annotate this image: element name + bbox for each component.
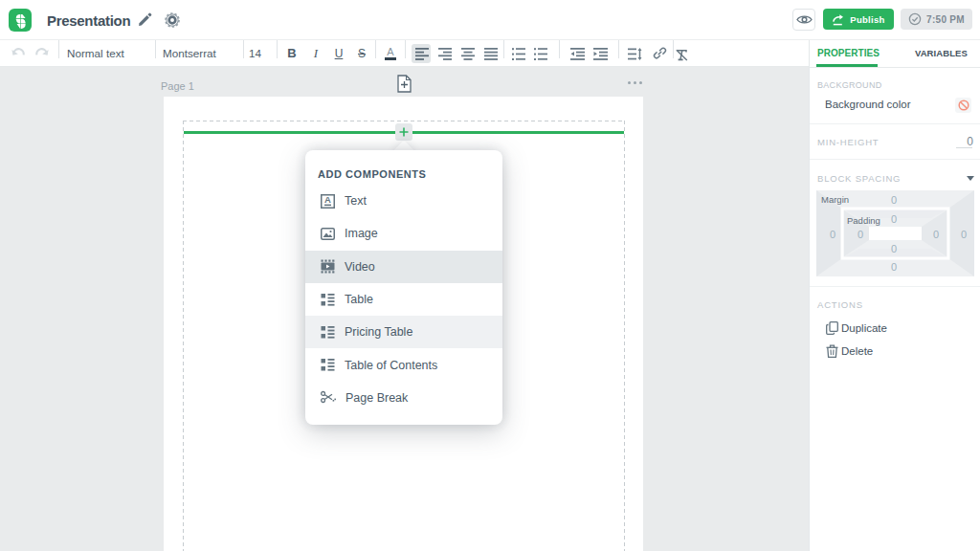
svg-text:A: A [324, 194, 331, 205]
